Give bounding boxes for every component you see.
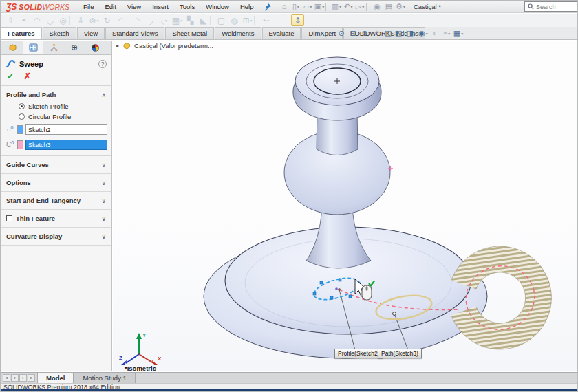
graphics-viewport[interactable]: ▸ Castiçal (Valor predeterm... Profile(S… <box>113 41 577 371</box>
dimxpert-manager-tab-icon[interactable]: ⊕ <box>64 41 85 54</box>
toolbar-icon[interactable] <box>325 3 331 11</box>
shell-icon[interactable]: ▢ <box>215 14 228 26</box>
save-icon[interactable]: ▣ <box>314 2 325 12</box>
hide-show-items-icon[interactable]: ◉ <box>418 28 429 39</box>
profile-path-group-header[interactable]: Profile and Path ∧ <box>1 86 111 101</box>
apply-scene-icon[interactable]: ◓ <box>441 28 452 39</box>
fillet-icon[interactable]: ◟ <box>158 14 171 26</box>
prev-tab-icon[interactable]: ‹ <box>11 374 19 382</box>
view-orientation-label: *Isometric <box>125 364 156 371</box>
toolbar-icon[interactable] <box>366 3 372 11</box>
zoom-area-icon[interactable]: ⊡ <box>347 28 358 39</box>
menu-view[interactable]: View <box>122 1 147 12</box>
flyout-feature-tree[interactable]: ▸ Castiçal (Valor predeterm... <box>116 42 213 50</box>
display-style-icon[interactable]: ◨ <box>406 28 417 39</box>
boundary-cut-icon[interactable]: ◞ <box>144 14 158 26</box>
tab-sheet-metal[interactable]: Sheet Metal <box>165 27 214 39</box>
menu-help[interactable]: Help <box>235 1 259 12</box>
configuration-manager-tab-icon[interactable] <box>43 41 64 54</box>
tab-weldments[interactable]: Weldments <box>215 27 261 39</box>
circular-profile-radio[interactable]: Circular Profile <box>1 111 111 122</box>
menu-file[interactable]: File <box>78 1 99 12</box>
hole-wizard-icon[interactable]: ⊚ <box>87 14 100 26</box>
ok-button[interactable]: ✓ <box>7 71 14 81</box>
reference-geometry-icon[interactable]: ⊞ <box>241 14 254 26</box>
revolved-cut-icon[interactable]: ↻ <box>100 14 114 26</box>
open-icon[interactable]: ▱ <box>302 2 314 12</box>
next-tab-icon[interactable]: › <box>19 374 27 382</box>
section-options[interactable]: Options ∨ <box>1 174 111 192</box>
boundary-boss-icon[interactable]: ◎ <box>56 14 69 26</box>
path-callout[interactable]: Path(Sketch3) <box>378 349 422 358</box>
curves-icon[interactable]: ◔ <box>259 14 272 26</box>
select-icon[interactable]: ▻ <box>354 2 366 12</box>
instant3d-icon[interactable]: ⇕ <box>291 14 304 26</box>
cancel-button[interactable]: ✗ <box>23 71 30 81</box>
expand-chevron-icon: ∨ <box>101 233 106 240</box>
tree-expand-icon[interactable]: ▸ <box>116 43 119 49</box>
features-toolbar: ⇧◓◠◡◎⇩⊚↻◜◝◞◟▦▚◣▢◍⊞◔⇕ <box>1 14 577 27</box>
view-orientation-icon[interactable]: ◧ <box>394 28 405 39</box>
extruded-cut-icon[interactable]: ⇩ <box>74 14 87 26</box>
thin-feature-checkbox[interactable] <box>6 215 12 221</box>
linear-pattern-icon[interactable]: ▦ <box>171 14 184 26</box>
lofted-boss-icon[interactable]: ◡ <box>43 14 56 26</box>
tab-standard-views[interactable]: Standard Views <box>105 27 164 39</box>
menu-window[interactable]: Window <box>200 1 235 12</box>
feature-tool-icon[interactable] <box>69 16 74 25</box>
display-manager-tab-icon[interactable] <box>85 41 105 54</box>
feature-tool-icon[interactable] <box>210 16 215 25</box>
new-document-icon[interactable]: ▯ <box>290 2 302 12</box>
mirror-icon[interactable]: ◍ <box>228 14 241 26</box>
undo-icon[interactable]: ↶ <box>343 2 354 12</box>
swept-boss-icon[interactable]: ◠ <box>30 14 43 26</box>
profile-input[interactable] <box>25 124 107 135</box>
feature-manager-tab-icon[interactable] <box>2 41 23 54</box>
path-selector-icon: C0 <box>5 140 15 149</box>
section-start-end-tangency[interactable]: Start and End Tangency ∨ <box>1 192 111 210</box>
previous-view-icon[interactable]: ↶ <box>371 28 382 39</box>
revolved-boss-icon[interactable]: ◓ <box>17 14 30 26</box>
command-title: Sweep <box>19 60 95 68</box>
tab-sketch[interactable]: Sketch <box>43 27 76 39</box>
tab-motion-study-1[interactable]: Motion Study 1 <box>74 373 135 383</box>
property-manager-tab-icon[interactable] <box>23 41 43 54</box>
draft-icon[interactable]: ◣ <box>197 14 210 26</box>
view-settings-icon[interactable]: ▦ <box>453 28 464 39</box>
property-manager-panel: ⊕ Sweep ? ✓ ✗ Profile and Path ∧ Sketch … <box>1 41 112 371</box>
section-thin-feature[interactable]: Thin Feature ∨ <box>1 210 111 228</box>
feature-tool-icon[interactable] <box>127 16 131 25</box>
tab-features[interactable]: Features <box>1 27 42 39</box>
document-title: Castiçal * <box>386 3 469 10</box>
menu-tools[interactable]: Tools <box>174 1 200 12</box>
rib-icon[interactable]: ▚ <box>184 14 197 26</box>
section-curvature-display[interactable]: Curvature Display ∨ <box>1 228 111 246</box>
sketch-profile-radio[interactable]: Sketch Profile <box>1 101 111 111</box>
expand-chevron-icon: ∨ <box>101 179 106 186</box>
print-icon[interactable]: ▥ <box>331 2 343 12</box>
home-icon[interactable]: ⌂ <box>279 2 290 12</box>
feature-tool-icon[interactable] <box>254 16 259 25</box>
path-input[interactable] <box>25 140 107 150</box>
section-view-icon[interactable]: ◫ <box>383 28 394 39</box>
last-tab-icon[interactable]: » <box>28 374 35 382</box>
extruded-boss-icon[interactable]: ⇧ <box>4 14 17 26</box>
section-guide-curves[interactable]: Guide Curves ∨ <box>1 156 111 174</box>
lofted-cut-icon[interactable]: ◝ <box>131 14 144 26</box>
edit-appearance-icon[interactable]: ◐ <box>429 28 440 39</box>
search-input[interactable] <box>536 3 570 10</box>
search-box[interactable] <box>524 1 577 12</box>
menu-insert[interactable]: Insert <box>147 1 174 12</box>
help-button[interactable]: ? <box>98 60 107 68</box>
swept-cut-icon[interactable]: ◜ <box>114 14 127 26</box>
first-tab-icon[interactable]: « <box>3 374 10 382</box>
tab-view[interactable]: View <box>77 27 105 39</box>
zoom-fit-icon[interactable]: ⊙ <box>336 28 347 39</box>
menu-edit[interactable]: Edit <box>99 1 121 12</box>
pin-menu-icon[interactable] <box>264 3 272 11</box>
profile-callout[interactable]: Profile(Sketch2) <box>334 349 383 358</box>
tab-evaluate[interactable]: Evaluate <box>262 27 301 39</box>
zoom-selection-icon[interactable]: ⊛ <box>359 28 370 39</box>
tab-model[interactable]: Model <box>37 373 74 383</box>
rebuild-icon[interactable]: ◉ <box>372 2 383 12</box>
